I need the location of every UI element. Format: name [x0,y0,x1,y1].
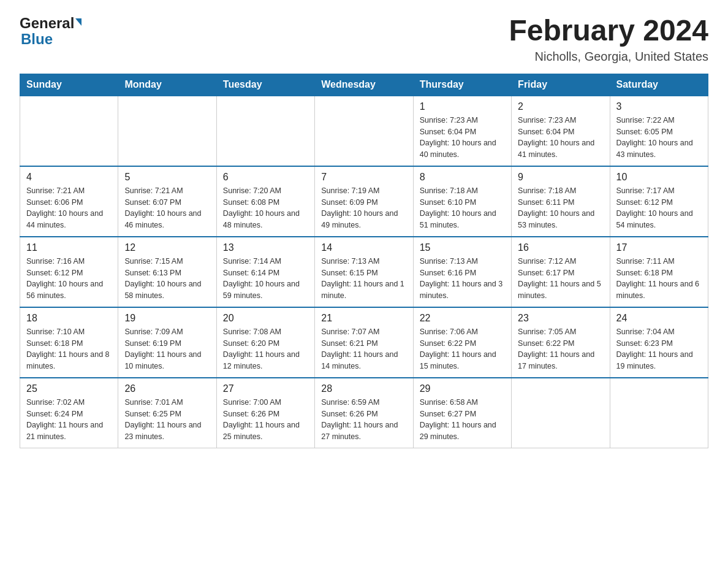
calendar-cell: 10Sunrise: 7:17 AMSunset: 6:12 PMDayligh… [610,166,708,237]
title-block: February 2024 Nicholls, Georgia, United … [509,15,708,64]
day-info: Sunrise: 7:06 AMSunset: 6:22 PMDaylight:… [420,326,505,372]
day-info: Sunrise: 7:07 AMSunset: 6:21 PMDaylight:… [321,326,406,372]
day-info: Sunrise: 7:00 AMSunset: 6:26 PMDaylight:… [223,397,308,443]
day-number: 18 [26,313,112,324]
day-number: 9 [518,172,603,183]
day-info: Sunrise: 7:21 AMSunset: 6:06 PMDaylight:… [26,185,112,231]
logo: General Blue [20,15,82,48]
calendar-header: SundayMondayTuesdayWednesdayThursdayFrid… [20,74,708,96]
calendar-cell: 7Sunrise: 7:19 AMSunset: 6:09 PMDaylight… [315,166,413,237]
day-number: 2 [518,101,603,112]
calendar-cell: 12Sunrise: 7:15 AMSunset: 6:13 PMDayligh… [118,237,216,307]
day-number: 3 [616,101,702,112]
day-info: Sunrise: 7:21 AMSunset: 6:07 PMDaylight:… [124,185,210,231]
day-number: 4 [26,172,112,183]
weekday-header-row: SundayMondayTuesdayWednesdayThursdayFrid… [20,74,708,96]
day-info: Sunrise: 7:09 AMSunset: 6:19 PMDaylight:… [124,326,210,372]
calendar-cell: 28Sunrise: 6:59 AMSunset: 6:26 PMDayligh… [315,378,413,448]
day-info: Sunrise: 7:18 AMSunset: 6:11 PMDaylight:… [518,185,603,231]
day-info: Sunrise: 6:59 AMSunset: 6:26 PMDaylight:… [321,397,406,443]
calendar-cell [20,96,118,166]
day-info: Sunrise: 7:19 AMSunset: 6:09 PMDaylight:… [321,185,406,231]
calendar-cell: 23Sunrise: 7:05 AMSunset: 6:22 PMDayligh… [512,307,610,378]
day-number: 1 [420,101,505,112]
day-number: 19 [124,313,210,324]
calendar-week-row: 4Sunrise: 7:21 AMSunset: 6:06 PMDaylight… [20,166,708,237]
day-info: Sunrise: 7:01 AMSunset: 6:25 PMDaylight:… [124,397,210,443]
calendar-cell: 22Sunrise: 7:06 AMSunset: 6:22 PMDayligh… [413,307,511,378]
logo-general-text: General [20,15,74,32]
calendar-week-row: 18Sunrise: 7:10 AMSunset: 6:18 PMDayligh… [20,307,708,378]
day-number: 23 [518,313,603,324]
day-info: Sunrise: 7:14 AMSunset: 6:14 PMDaylight:… [223,256,308,302]
calendar-cell: 11Sunrise: 7:16 AMSunset: 6:12 PMDayligh… [20,237,118,307]
calendar-cell [610,378,708,448]
day-number: 24 [616,313,702,324]
day-info: Sunrise: 7:11 AMSunset: 6:18 PMDaylight:… [616,256,702,302]
calendar-cell: 27Sunrise: 7:00 AMSunset: 6:26 PMDayligh… [216,378,314,448]
calendar-cell: 3Sunrise: 7:22 AMSunset: 6:05 PMDaylight… [610,96,708,166]
day-number: 10 [616,172,702,183]
day-info: Sunrise: 6:58 AMSunset: 6:27 PMDaylight:… [420,397,505,443]
day-info: Sunrise: 7:13 AMSunset: 6:15 PMDaylight:… [321,256,406,302]
day-info: Sunrise: 7:05 AMSunset: 6:22 PMDaylight:… [518,326,603,372]
weekday-header-friday: Friday [512,74,610,96]
day-number: 6 [223,172,308,183]
day-info: Sunrise: 7:08 AMSunset: 6:20 PMDaylight:… [223,326,308,372]
day-info: Sunrise: 7:17 AMSunset: 6:12 PMDaylight:… [616,185,702,231]
calendar-week-row: 25Sunrise: 7:02 AMSunset: 6:24 PMDayligh… [20,378,708,448]
day-info: Sunrise: 7:12 AMSunset: 6:17 PMDaylight:… [518,256,603,302]
calendar-cell: 8Sunrise: 7:18 AMSunset: 6:10 PMDaylight… [413,166,511,237]
day-number: 11 [26,242,112,253]
day-info: Sunrise: 7:18 AMSunset: 6:10 PMDaylight:… [420,185,505,231]
logo-arrow-icon [75,18,82,26]
calendar-cell: 26Sunrise: 7:01 AMSunset: 6:25 PMDayligh… [118,378,216,448]
day-number: 15 [420,242,505,253]
calendar-cell: 13Sunrise: 7:14 AMSunset: 6:14 PMDayligh… [216,237,314,307]
calendar-cell: 17Sunrise: 7:11 AMSunset: 6:18 PMDayligh… [610,237,708,307]
calendar-cell: 6Sunrise: 7:20 AMSunset: 6:08 PMDaylight… [216,166,314,237]
day-number: 16 [518,242,603,253]
calendar-title: February 2024 [509,15,708,47]
calendar-cell: 5Sunrise: 7:21 AMSunset: 6:07 PMDaylight… [118,166,216,237]
calendar-cell: 2Sunrise: 7:23 AMSunset: 6:04 PMDaylight… [512,96,610,166]
calendar-table: SundayMondayTuesdayWednesdayThursdayFrid… [20,74,708,448]
weekday-header-thursday: Thursday [413,74,511,96]
weekday-header-saturday: Saturday [610,74,708,96]
day-info: Sunrise: 7:02 AMSunset: 6:24 PMDaylight:… [26,397,112,443]
day-info: Sunrise: 7:20 AMSunset: 6:08 PMDaylight:… [223,185,308,231]
day-number: 13 [223,242,308,253]
weekday-header-monday: Monday [118,74,216,96]
calendar-cell: 16Sunrise: 7:12 AMSunset: 6:17 PMDayligh… [512,237,610,307]
day-number: 25 [26,383,112,394]
calendar-cell [315,96,413,166]
calendar-cell: 14Sunrise: 7:13 AMSunset: 6:15 PMDayligh… [315,237,413,307]
day-info: Sunrise: 7:16 AMSunset: 6:12 PMDaylight:… [26,256,112,302]
calendar-cell [216,96,314,166]
day-number: 27 [223,383,308,394]
day-number: 21 [321,313,406,324]
calendar-cell: 18Sunrise: 7:10 AMSunset: 6:18 PMDayligh… [20,307,118,378]
day-info: Sunrise: 7:10 AMSunset: 6:18 PMDaylight:… [26,326,112,372]
day-info: Sunrise: 7:04 AMSunset: 6:23 PMDaylight:… [616,326,702,372]
calendar-cell: 4Sunrise: 7:21 AMSunset: 6:06 PMDaylight… [20,166,118,237]
day-info: Sunrise: 7:15 AMSunset: 6:13 PMDaylight:… [124,256,210,302]
calendar-cell: 1Sunrise: 7:23 AMSunset: 6:04 PMDaylight… [413,96,511,166]
day-info: Sunrise: 7:22 AMSunset: 6:05 PMDaylight:… [616,115,702,161]
calendar-cell: 15Sunrise: 7:13 AMSunset: 6:16 PMDayligh… [413,237,511,307]
day-number: 20 [223,313,308,324]
day-number: 17 [616,242,702,253]
calendar-cell: 9Sunrise: 7:18 AMSunset: 6:11 PMDaylight… [512,166,610,237]
day-number: 29 [420,383,505,394]
weekday-header-tuesday: Tuesday [216,74,314,96]
calendar-cell [512,378,610,448]
calendar-cell: 25Sunrise: 7:02 AMSunset: 6:24 PMDayligh… [20,378,118,448]
calendar-cell: 29Sunrise: 6:58 AMSunset: 6:27 PMDayligh… [413,378,511,448]
calendar-week-row: 11Sunrise: 7:16 AMSunset: 6:12 PMDayligh… [20,237,708,307]
day-number: 8 [420,172,505,183]
day-number: 7 [321,172,406,183]
calendar-cell [118,96,216,166]
calendar-body: 1Sunrise: 7:23 AMSunset: 6:04 PMDaylight… [20,96,708,448]
day-number: 14 [321,242,406,253]
calendar-subtitle: Nicholls, Georgia, United States [509,50,708,64]
